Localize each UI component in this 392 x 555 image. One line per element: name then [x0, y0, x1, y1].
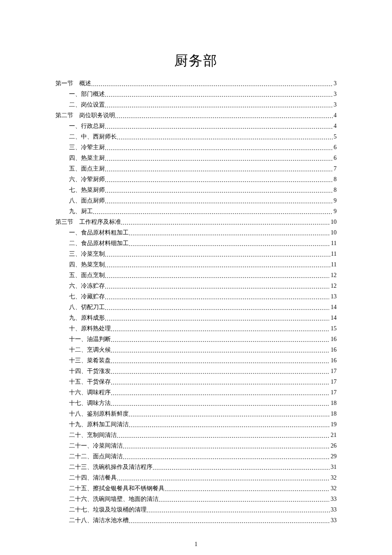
toc-entry-label: 二十八、清洁水池水槽 [69, 517, 129, 523]
toc-entry[interactable]: 二十一、冷菜间清洁26 [55, 440, 337, 451]
toc-entry[interactable]: 四、热菜烹制11 [55, 259, 337, 270]
toc-leader-dots [105, 295, 330, 301]
toc-leader-dots [153, 465, 330, 471]
toc-entry[interactable]: 六、冷荤厨师8 [55, 174, 337, 185]
toc-entry-page: 3 [333, 81, 337, 87]
toc-entry-label: 二十、烹制间清洁 [69, 432, 117, 438]
toc-entry[interactable]: 二十二、面点间清洁29 [55, 451, 337, 462]
toc-entry[interactable]: 二、岗位设置3 [55, 99, 337, 110]
toc-leader-dots [105, 156, 333, 162]
toc-entry[interactable]: 第一节 概述3 [55, 78, 337, 89]
toc-entry-label: 十二、烹调火候 [69, 347, 111, 353]
toc-entry-page: 19 [330, 422, 337, 428]
toc-entry[interactable]: 八、面点厨师9 [55, 195, 337, 206]
toc-entry[interactable]: 六、冷冻贮存12 [55, 280, 337, 291]
toc-entry-label: 一、部门概述 [69, 91, 105, 97]
toc-entry-label: 十七、调味方法 [69, 400, 111, 406]
toc-entry[interactable]: 九、原料成形14 [55, 312, 337, 323]
toc-entry[interactable]: 二十六、洗碗间墙壁、地面的清洁33 [55, 494, 337, 504]
toc-entry-label: 十四、干货涨发 [69, 368, 111, 374]
toc-entry[interactable]: 十九、原料加工间清洁19 [55, 419, 337, 430]
toc-entry[interactable]: 二十、烹制间清洁21 [55, 430, 337, 440]
toc-entry[interactable]: 十七、调味方法18 [55, 398, 337, 408]
toc-entry[interactable]: 十六、调味程序17 [55, 387, 337, 398]
toc-entry[interactable]: 一、行政总厨4 [55, 121, 337, 131]
toc-entry-label: 二十三、洗碗机操作及清洁程序 [69, 464, 153, 470]
toc-entry-label: 二十四、清洁餐具 [69, 475, 117, 481]
toc-entry[interactable]: 二十七、垃圾及垃圾桶的清理33 [55, 504, 337, 515]
toc-leader-dots [111, 390, 330, 396]
toc-entry-page: 9 [333, 208, 337, 214]
toc-entry-page: 12 [330, 283, 337, 289]
toc-entry-page: 17 [330, 390, 337, 396]
toc-leader-dots [105, 284, 330, 290]
toc-entry-label: 十五、干货保存 [69, 379, 111, 385]
toc-entry[interactable]: 十五、干货保存17 [55, 376, 337, 387]
toc-entry[interactable]: 十八、鉴别原料新鲜度18 [55, 408, 337, 419]
toc-entry[interactable]: 第三节 工作程序及标准10 [55, 217, 337, 227]
toc-entry-label: 八、切配刀工 [69, 304, 105, 310]
toc-entry[interactable]: 二十三、洗碗机操作及清洁程序31 [55, 462, 337, 472]
toc-entry-page: 14 [330, 304, 337, 310]
toc-entry[interactable]: 二十八、清洁水池水槽33 [55, 515, 337, 526]
toc-entry[interactable]: 五、面点主厨7 [55, 163, 337, 174]
toc-entry[interactable]: 三、冷菜烹制11 [55, 249, 337, 259]
toc-entry-page: 14 [330, 315, 337, 321]
toc-entry-page: 12 [330, 272, 337, 278]
toc-entry[interactable]: 二、食品原材料细加工11 [55, 238, 337, 249]
toc-leader-dots [147, 508, 330, 514]
toc-entry-label: 二、岗位设置 [69, 102, 105, 108]
toc-leader-dots [123, 454, 330, 460]
toc-entry[interactable]: 第二节 岗位职务说明4 [55, 110, 337, 121]
toc-entry[interactable]: 十、原料熟处理15 [55, 323, 337, 334]
toc-leader-dots [117, 433, 330, 439]
toc-entry[interactable]: 二十五、擦拭金银餐具和不锈钢餐具32 [55, 483, 337, 494]
toc-entry[interactable]: 五、面点烹制12 [55, 270, 337, 280]
toc-entry[interactable]: 九、厨工9 [55, 206, 337, 217]
toc-entry-label: 二、中、西厨师长 [69, 134, 117, 140]
table-of-contents: 第一节 概述3一、部门概述3二、岗位设置3第二节 岗位职务说明4一、行政总厨4二… [55, 78, 337, 526]
toc-entry[interactable]: 十二、烹调火候16 [55, 344, 337, 355]
toc-entry-page: 18 [330, 400, 337, 406]
toc-entry-page: 7 [333, 166, 337, 172]
toc-entry[interactable]: 一、部门概述3 [55, 89, 337, 99]
toc-entry-label: 九、厨工 [69, 208, 93, 214]
toc-leader-dots [117, 476, 330, 482]
toc-entry[interactable]: 七、冷藏贮存13 [55, 291, 337, 302]
toc-entry[interactable]: 四、热菜主厨6 [55, 153, 337, 163]
toc-entry-page: 4 [333, 113, 337, 119]
toc-leader-dots [111, 369, 330, 375]
toc-entry-page: 18 [330, 411, 337, 417]
toc-entry[interactable]: 十四、干货涨发17 [55, 366, 337, 376]
toc-entry-page: 10 [330, 230, 337, 236]
toc-entry-page: 11 [330, 240, 337, 246]
toc-leader-dots [111, 380, 330, 386]
toc-entry-page: 13 [330, 294, 337, 300]
toc-entry[interactable]: 一、食品原材料粗加工10 [55, 227, 337, 238]
toc-leader-dots [93, 209, 333, 215]
toc-entry-label: 五、面点烹制 [69, 272, 105, 278]
toc-entry[interactable]: 二十四、清洁餐具32 [55, 472, 337, 483]
toc-entry-label: 五、面点主厨 [69, 166, 105, 172]
toc-entry-label: 三、冷菜烹制 [69, 251, 105, 257]
toc-entry-label: 十三、菜肴装盘 [69, 358, 111, 364]
toc-entry[interactable]: 八、切配刀工14 [55, 302, 337, 312]
toc-entry[interactable]: 十三、菜肴装盘16 [55, 355, 337, 366]
toc-entry-page: 6 [333, 155, 337, 161]
toc-entry[interactable]: 二、中、西厨师长5 [55, 131, 337, 142]
toc-leader-dots [129, 231, 330, 237]
toc-leader-dots [105, 263, 330, 269]
toc-leader-dots [105, 316, 330, 322]
toc-entry-label: 一、食品原材料粗加工 [69, 230, 129, 236]
toc-leader-dots [111, 348, 330, 354]
toc-entry[interactable]: 十一、油温判断16 [55, 334, 337, 344]
toc-entry[interactable]: 七、热菜厨师8 [55, 185, 337, 195]
toc-entry[interactable]: 三、冷荤主厨6 [55, 142, 337, 153]
toc-entry-page: 29 [330, 454, 337, 460]
page-number: 1 [55, 541, 337, 548]
toc-entry-page: 33 [330, 507, 337, 513]
toc-leader-dots [129, 241, 330, 247]
toc-entry-page: 17 [330, 368, 337, 374]
toc-entry-label: 七、冷藏贮存 [69, 294, 105, 300]
toc-leader-dots [129, 422, 330, 428]
